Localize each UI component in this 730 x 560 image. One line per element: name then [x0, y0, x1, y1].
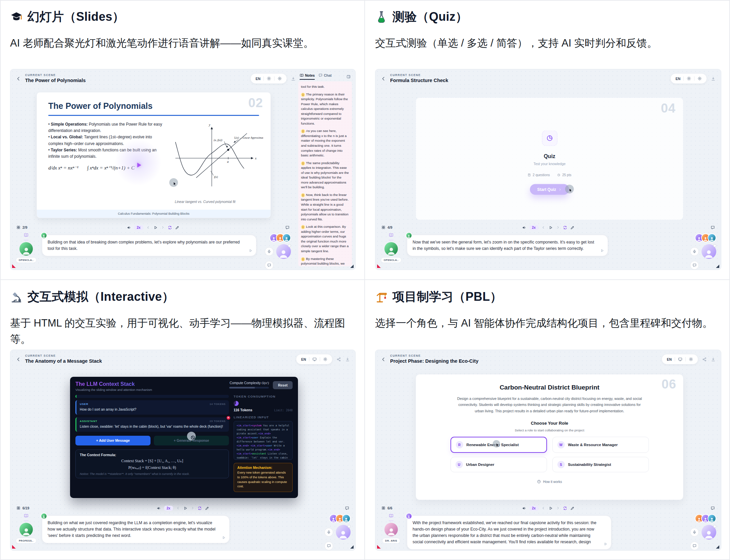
chat-round-button[interactable] — [324, 542, 333, 550]
subtitle-play-icon[interactable] — [600, 249, 604, 253]
language-button[interactable]: EN — [675, 77, 680, 81]
chat-bubble-icon[interactable] — [345, 506, 349, 510]
add-user-message-button[interactable]: + Add User Message — [75, 436, 150, 445]
generate-response-button[interactable]: + Generate Response — [154, 436, 229, 445]
language-button[interactable]: EN — [255, 77, 260, 81]
back-icon[interactable] — [16, 76, 21, 81]
book-icon[interactable] — [24, 233, 28, 240]
role-button-sustainability-strategist[interactable]: S Sustainability Strategist — [552, 457, 649, 472]
volume-icon[interactable] — [127, 225, 131, 230]
grid-icon[interactable] — [16, 225, 20, 229]
speed-badge[interactable]: 2x — [134, 225, 143, 230]
volume-icon[interactable] — [522, 225, 526, 230]
speed-badge[interactable]: 2x — [529, 506, 538, 511]
teacher-avatar[interactable] — [384, 523, 398, 536]
book-icon[interactable] — [24, 513, 28, 521]
repeat-icon[interactable] — [197, 506, 202, 510]
tab-chat[interactable]: Chat — [318, 73, 331, 80]
grid-icon[interactable] — [381, 225, 385, 229]
subtitle-play-icon[interactable] — [604, 542, 607, 546]
book-icon[interactable] — [389, 513, 393, 521]
reset-button[interactable]: Reset — [273, 381, 293, 389]
notes-list[interactable]: tool for this task. The primary reason i… — [298, 81, 352, 266]
mic-button[interactable] — [690, 528, 699, 537]
repeat-icon[interactable] — [563, 225, 567, 230]
language-button[interactable]: EN — [301, 357, 306, 361]
back-icon[interactable] — [16, 357, 21, 362]
gear-icon[interactable] — [323, 357, 327, 361]
chat-bubble-icon[interactable] — [711, 506, 715, 510]
download-icon[interactable] — [345, 357, 350, 362]
student-avatar[interactable] — [702, 525, 716, 540]
grid-icon[interactable] — [381, 506, 385, 510]
play-icon[interactable] — [548, 225, 553, 230]
edit-icon[interactable] — [570, 506, 574, 510]
mic-button[interactable] — [690, 247, 699, 256]
remove-message-button[interactable]: × — [226, 415, 231, 420]
play-icon[interactable] — [153, 225, 158, 230]
message-card-assistant[interactable]: × ASSISTANT29 TOKENS Listen close, swabb… — [75, 417, 229, 432]
tab-notes[interactable]: Notes — [300, 73, 315, 80]
chat-round-button[interactable] — [690, 542, 699, 550]
share-icon[interactable] — [337, 357, 341, 362]
monitor-icon[interactable] — [312, 357, 317, 361]
next-icon[interactable] — [161, 225, 165, 229]
language-button[interactable]: EN — [667, 357, 672, 361]
student-avatar[interactable] — [336, 525, 351, 540]
mic-button[interactable] — [324, 528, 333, 537]
prev-icon[interactable] — [176, 506, 180, 510]
back-icon[interactable] — [381, 76, 386, 81]
subtitle-play-icon[interactable] — [249, 249, 252, 253]
message-card-user[interactable]: USER14 TOKENS How do I sort an array in … — [75, 400, 229, 415]
next-icon[interactable] — [190, 506, 194, 510]
linearized-input-code[interactable]: <im_start>system You are a helpful codin… — [234, 421, 293, 460]
mic-button[interactable] — [265, 247, 273, 256]
teacher-avatar[interactable] — [19, 523, 33, 536]
student-avatar[interactable] — [702, 244, 716, 259]
share-icon[interactable] — [702, 357, 707, 362]
download-icon[interactable] — [711, 357, 716, 362]
next-icon[interactable] — [556, 506, 560, 510]
chat-bubble-icon[interactable] — [711, 225, 715, 230]
role-button-urban-designer[interactable]: U Urban Designer — [450, 457, 547, 472]
play-icon[interactable] — [548, 506, 553, 510]
student-avatar[interactable] — [276, 244, 291, 259]
brightness-icon[interactable] — [687, 76, 691, 81]
chat-round-button[interactable] — [265, 261, 273, 270]
prev-icon[interactable] — [146, 225, 150, 229]
chevron-right-icon — [558, 188, 562, 191]
how-it-works-link[interactable]: How it works — [429, 480, 670, 484]
prev-icon[interactable] — [541, 506, 545, 510]
download-icon[interactable] — [711, 76, 716, 81]
next-icon[interactable] — [556, 225, 560, 229]
gear-icon[interactable] — [697, 76, 702, 81]
brightness-icon[interactable] — [267, 76, 271, 81]
teacher-avatar[interactable] — [384, 242, 398, 256]
grid-icon[interactable] — [16, 506, 20, 510]
speed-badge[interactable]: 2x — [164, 506, 173, 511]
edit-icon[interactable] — [175, 225, 179, 230]
repeat-icon[interactable] — [563, 506, 567, 510]
speed-badge[interactable]: 2x — [529, 225, 538, 230]
teacher-avatar[interactable] — [19, 242, 33, 256]
back-icon[interactable] — [381, 357, 386, 362]
download-icon[interactable] — [291, 76, 296, 81]
collapse-panel-icon[interactable] — [347, 75, 351, 79]
repeat-icon[interactable] — [168, 225, 172, 230]
role-button-waste-manager[interactable]: W Waste & Resource Manager — [552, 437, 649, 453]
chat-round-button[interactable] — [690, 261, 699, 270]
volume-icon[interactable] — [522, 506, 526, 510]
role-button-renewable-energy[interactable]: R Renewable Energy Specialist — [450, 437, 547, 453]
prev-icon[interactable] — [541, 225, 545, 229]
gear-icon[interactable] — [689, 357, 693, 361]
gear-icon[interactable] — [278, 76, 282, 81]
volume-icon[interactable] — [157, 506, 161, 510]
edit-icon[interactable] — [570, 225, 574, 230]
subtitle-play-icon[interactable] — [222, 536, 226, 540]
edit-icon[interactable] — [205, 506, 209, 510]
chat-bubble-icon[interactable] — [285, 225, 290, 230]
start-quiz-button[interactable]: Start Quiz — [530, 184, 569, 195]
play-icon[interactable] — [183, 506, 187, 510]
monitor-icon[interactable] — [678, 357, 682, 361]
book-icon[interactable] — [389, 233, 393, 240]
